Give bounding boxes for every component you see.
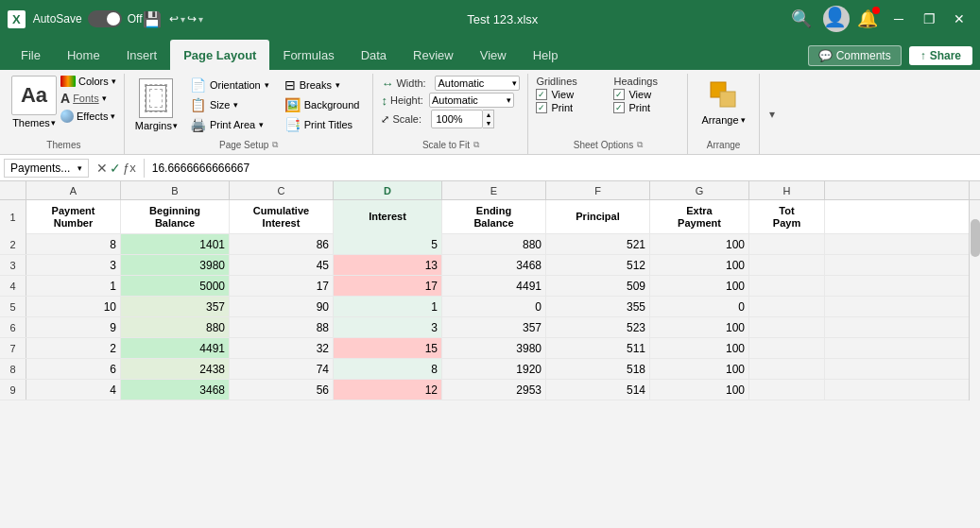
cell-E2[interactable]: 880 <box>442 234 546 254</box>
themes-aa-box[interactable]: Aa <box>11 76 57 115</box>
cell-C6[interactable]: 88 <box>230 317 334 337</box>
cell-A6[interactable]: 9 <box>26 317 121 337</box>
cell-F2[interactable]: 521 <box>546 234 650 254</box>
share-button[interactable]: ↑ Share <box>909 46 972 65</box>
formula-confirm-icon[interactable]: ✓ <box>110 161 121 176</box>
tab-review[interactable]: Review <box>400 40 467 70</box>
cell-C7[interactable]: 32 <box>230 338 334 358</box>
cell-E8[interactable]: 1920 <box>442 359 546 379</box>
cell-F4[interactable]: 509 <box>546 276 650 296</box>
cell-F7[interactable]: 511 <box>546 338 650 358</box>
vertical-scrollbar[interactable] <box>969 200 980 400</box>
cell-G4[interactable]: 100 <box>650 276 749 296</box>
cell-E1[interactable]: EndingBalance <box>442 200 546 234</box>
margins-dropdown[interactable]: ▾ <box>173 121 178 130</box>
cell-B5[interactable]: 357 <box>121 297 230 316</box>
cell-G3[interactable]: 100 <box>650 255 749 275</box>
cell-E7[interactable]: 3980 <box>442 338 546 358</box>
cell-C1[interactable]: CumulativeInterest <box>230 200 334 234</box>
cell-H7[interactable] <box>749 338 825 358</box>
effects-dropdown[interactable]: ▾ <box>111 111 115 121</box>
cell-B8[interactable]: 2438 <box>121 359 230 379</box>
fonts-dropdown[interactable]: ▾ <box>102 94 107 103</box>
cell-E4[interactable]: 4491 <box>442 276 546 296</box>
cell-G2[interactable]: 100 <box>650 234 749 254</box>
headings-print-row[interactable]: ✓ Print <box>613 102 679 113</box>
cell-A5[interactable]: 10 <box>26 297 121 316</box>
col-header-F[interactable]: F <box>546 181 650 199</box>
col-header-B[interactable]: B <box>121 181 230 199</box>
scale-expand-icon[interactable]: ⧉ <box>473 140 479 150</box>
cell-G1[interactable]: ExtraPayment <box>650 200 749 234</box>
width-dropdown-icon[interactable]: ▾ <box>512 78 517 88</box>
scale-spinner[interactable]: ▲ ▼ <box>483 110 494 128</box>
cell-F3[interactable]: 512 <box>546 255 650 275</box>
cell-D8[interactable]: 8 <box>334 359 442 379</box>
autosave-toggle[interactable] <box>88 10 122 27</box>
col-header-G[interactable]: G <box>650 181 749 199</box>
cell-H6[interactable] <box>749 317 825 337</box>
cell-C2[interactable]: 86 <box>230 234 334 254</box>
margins-button[interactable]: Margins ▾ <box>132 76 181 134</box>
cell-H4[interactable] <box>749 276 825 296</box>
redo-icon[interactable]: ↪ <box>187 12 197 26</box>
cell-G5[interactable]: 0 <box>650 297 749 316</box>
cell-C5[interactable]: 90 <box>230 297 334 316</box>
width-select[interactable]: Automatic ▾ <box>435 76 520 91</box>
themes-btn-label[interactable]: Themes ▾ <box>12 117 56 128</box>
colors-btn[interactable]: Colors ▾ <box>60 76 116 87</box>
tab-formulas[interactable]: Formulas <box>269 40 347 70</box>
cell-D5[interactable]: 1 <box>334 297 442 316</box>
minimize-button[interactable]: ─ <box>885 6 912 32</box>
scroll-thumb[interactable] <box>971 219 980 257</box>
themes-dropdown-icon[interactable]: ▾ <box>51 118 56 128</box>
size-button[interactable]: 📋 Size ▾ <box>184 95 275 114</box>
cell-A3[interactable]: 3 <box>26 255 121 275</box>
cell-H5[interactable] <box>749 297 825 316</box>
cell-F9[interactable]: 514 <box>546 380 650 400</box>
themes-main-btn[interactable]: Aa Themes ▾ <box>11 76 57 128</box>
cell-B2[interactable]: 1401 <box>121 234 230 254</box>
cell-E3[interactable]: 3468 <box>442 255 546 275</box>
gridlines-view-row[interactable]: ✓ View <box>536 89 602 100</box>
col-header-E[interactable]: E <box>442 181 546 199</box>
gridlines-print-row[interactable]: ✓ Print <box>536 102 602 113</box>
tab-data[interactable]: Data <box>348 40 400 70</box>
page-setup-expand-icon[interactable]: ⧉ <box>272 140 278 150</box>
bell-icon[interactable]: 🔔 <box>857 9 878 29</box>
col-header-D[interactable]: D <box>334 181 442 199</box>
orientation-button[interactable]: 📄 Orientation ▾ <box>184 76 275 94</box>
orientation-dropdown[interactable]: ▾ <box>265 80 269 90</box>
cell-A7[interactable]: 2 <box>26 338 121 358</box>
print-titles-button[interactable]: 📑 Print Titles <box>279 115 366 134</box>
formula-content[interactable]: 16.6666666666667 <box>148 162 976 175</box>
cell-F6[interactable]: 523 <box>546 317 650 337</box>
cell-G7[interactable]: 100 <box>650 338 749 358</box>
scale-up-btn[interactable]: ▲ <box>483 111 493 119</box>
height-select[interactable]: Automatic ▾ <box>429 93 514 108</box>
cell-G6[interactable]: 100 <box>650 317 749 337</box>
cell-G8[interactable]: 100 <box>650 359 749 379</box>
tab-home[interactable]: Home <box>54 40 113 70</box>
cell-B6[interactable]: 880 <box>121 317 230 337</box>
cell-G9[interactable]: 100 <box>650 380 749 400</box>
cell-C8[interactable]: 74 <box>230 359 334 379</box>
cell-D1[interactable]: Interest <box>334 200 442 234</box>
breaks-dropdown[interactable]: ▾ <box>335 80 340 90</box>
cell-C4[interactable]: 17 <box>230 276 334 296</box>
tab-view[interactable]: View <box>467 40 520 70</box>
search-icon[interactable]: 🔍 <box>791 9 812 29</box>
scale-down-btn[interactable]: ▼ <box>483 119 493 128</box>
close-button[interactable]: ✕ <box>946 6 972 32</box>
cell-F1[interactable]: Principal <box>546 200 650 234</box>
col-header-C[interactable]: C <box>230 181 334 199</box>
size-dropdown[interactable]: ▾ <box>233 100 238 110</box>
cell-E6[interactable]: 357 <box>442 317 546 337</box>
cell-H2[interactable] <box>749 234 825 254</box>
cell-A9[interactable]: 4 <box>26 380 121 400</box>
cell-H1[interactable]: TotPaym <box>749 200 825 234</box>
undo-dropdown[interactable]: ▾ <box>181 14 185 25</box>
formula-function-icon[interactable]: ƒx <box>123 161 136 175</box>
cell-ref-dropdown[interactable]: ▾ <box>77 163 82 173</box>
cell-E9[interactable]: 2953 <box>442 380 546 400</box>
